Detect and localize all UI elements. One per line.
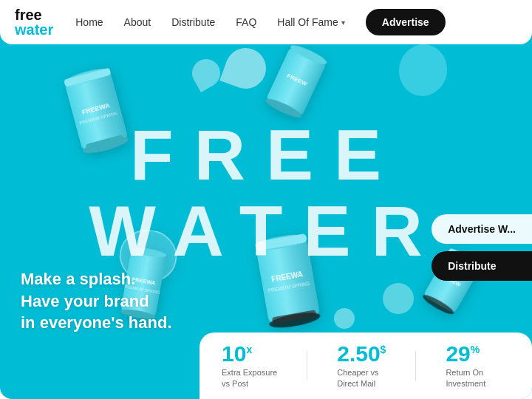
svg-text:FREEWA: FREEWA <box>271 270 304 283</box>
nav-about[interactable]: About <box>124 16 151 28</box>
stat-number-exposure: 10x <box>222 343 252 365</box>
hero-title-free: FREE <box>0 115 532 196</box>
svg-point-19 <box>268 310 321 330</box>
nav-home[interactable]: Home <box>75 16 103 28</box>
svg-rect-21 <box>272 310 317 324</box>
logo-free: free <box>15 7 53 22</box>
logo: free water <box>15 7 53 37</box>
hero-section: FREEWA PREMIUM SPRING FREEW <box>0 0 532 399</box>
svg-rect-7 <box>265 47 327 117</box>
chevron-down-icon: ▾ <box>341 18 345 27</box>
stat-exposure: 10x Extra Exposurevs Post <box>222 343 277 389</box>
right-cta-buttons: Advertise W... Distribute <box>432 214 532 281</box>
hero-tagline: Make a splash. Have your brand in everyo… <box>21 268 172 334</box>
stat-divider-1 <box>307 351 307 381</box>
stat-roi: 29% Return OnInvestment <box>446 343 485 389</box>
svg-point-8 <box>289 42 329 67</box>
nav-faq[interactable]: FAQ <box>236 16 256 28</box>
svg-text:FREEW: FREEW <box>286 72 308 88</box>
advertise-nav-button[interactable]: Advertise <box>366 9 446 35</box>
svg-point-26 <box>421 292 456 317</box>
advertise-with-button[interactable]: Advertise W... <box>432 214 532 244</box>
stats-bar: 10x Extra Exposurevs Post 2.50$ Cheaper … <box>200 332 532 399</box>
nav-links: Home About Distribute FAQ Hall Of Fame ▾… <box>75 9 517 35</box>
svg-rect-3 <box>64 68 111 87</box>
svg-point-1 <box>63 66 111 88</box>
stat-label-exposure: Extra Exposurevs Post <box>222 367 277 389</box>
stat-number-roi: 29% <box>446 343 480 365</box>
distribute-button[interactable]: Distribute <box>432 251 532 281</box>
svg-text:PREMIUM SPRING: PREMIUM SPRING <box>267 281 310 293</box>
stat-label-roi: Return OnInvestment <box>446 367 485 389</box>
stat-cheaper: 2.50$ Cheaper vsDirect Mail <box>337 343 386 389</box>
nav-hall-of-fame[interactable]: Hall Of Fame ▾ <box>277 16 344 28</box>
logo-water: water <box>15 22 53 37</box>
stat-divider-2 <box>415 351 416 381</box>
nav-distribute[interactable]: Distribute <box>171 16 215 28</box>
stat-label-cheaper: Cheaper vsDirect Mail <box>337 367 378 389</box>
navbar: free water Home About Distribute FAQ Hal… <box>0 0 532 44</box>
stat-number-cheaper: 2.50$ <box>337 343 386 365</box>
